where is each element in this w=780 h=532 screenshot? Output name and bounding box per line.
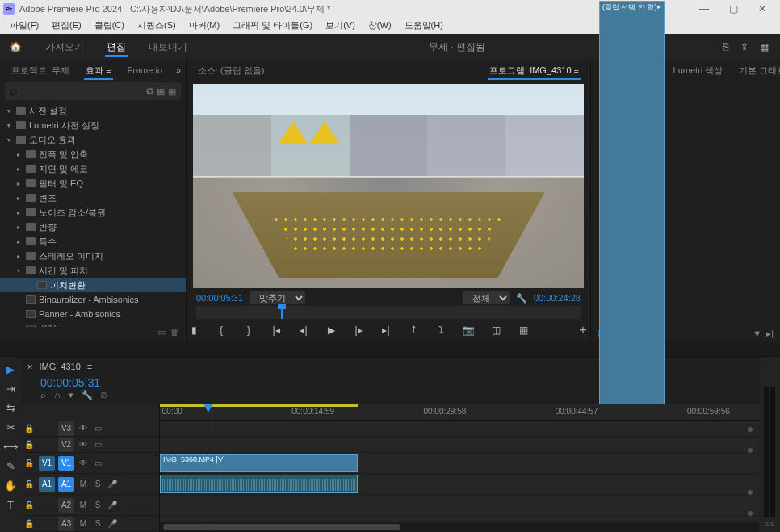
lock-icon[interactable]: 🔒 xyxy=(24,424,36,433)
video-clip[interactable]: IMG_5368.MP4 [V] xyxy=(160,454,358,472)
goto-in-button[interactable]: |◂ xyxy=(269,323,283,337)
marker-icon[interactable]: ▾ xyxy=(69,390,73,404)
tree-effect[interactable]: 피치변환 xyxy=(0,278,186,292)
pen-tool[interactable]: ✎ xyxy=(2,457,19,475)
sequence-name[interactable]: IMG_4310 xyxy=(39,362,80,371)
mute-icon[interactable]: M xyxy=(78,519,89,528)
snap-icon[interactable]: ⌕ xyxy=(40,390,46,404)
tree-folder[interactable]: ▾Lumetri 사전 설정 xyxy=(0,118,186,132)
mic-icon[interactable]: 🎤 xyxy=(107,480,118,488)
workspace-menu-icon[interactable]: ▦ xyxy=(754,37,774,57)
timeline-ruler[interactable]: :00:0000:00:14:5900:00:29:5800:00:44:570… xyxy=(160,404,759,421)
track-header-a3[interactable]: 🔒A3MS🎤 xyxy=(21,516,159,532)
mic-icon[interactable]: 🎤 xyxy=(107,519,118,528)
menu-item[interactable]: 그래픽 및 타이틀(G) xyxy=(226,18,319,34)
step-back-button[interactable]: ◂| xyxy=(296,323,311,337)
track-target[interactable]: A2 xyxy=(58,498,74,513)
tree-folder[interactable]: ▸노이즈 감소/복원 xyxy=(0,205,186,220)
close-button[interactable]: ✕ xyxy=(748,1,777,17)
tree-folder[interactable]: ▸진폭 및 압축 xyxy=(0,147,186,161)
track-target[interactable]: A1 xyxy=(58,477,74,492)
eye-icon[interactable]: 👁 xyxy=(78,424,89,433)
mark-out-button[interactable]: { xyxy=(214,323,229,337)
program-tc-in[interactable]: 00:00:05:31 xyxy=(196,293,243,303)
slip-tool[interactable]: ⟷ xyxy=(2,438,19,455)
mark-in-button[interactable]: ▮ xyxy=(187,323,201,337)
compare-button[interactable]: ◫ xyxy=(489,323,503,337)
eye-icon[interactable]: 👁 xyxy=(78,459,89,467)
panel-tab[interactable]: Frame.io xyxy=(121,62,169,78)
tree-folder[interactable]: ▾오디오 효과 xyxy=(0,132,186,147)
zoom-fit-select[interactable]: 맞추기 xyxy=(250,291,305,304)
menu-item[interactable]: 클립(C) xyxy=(88,18,131,34)
trash-icon[interactable]: 🗑 xyxy=(170,327,179,341)
panel-tab[interactable]: 프로젝트: 무제 xyxy=(5,61,76,80)
workspace-tab[interactable]: 편집 xyxy=(95,34,137,60)
track-header-a2[interactable]: 🔒A2MS🎤 xyxy=(21,495,159,516)
track-target[interactable]: V1 xyxy=(58,456,74,471)
lock-icon[interactable]: 🔒 xyxy=(24,480,36,488)
new-bin-icon[interactable]: ▭ xyxy=(157,327,166,341)
effects-tree[interactable]: ▾사전 설정▾Lumetri 사전 설정▾오디오 효과▸진폭 및 압축▸지연 및… xyxy=(0,102,186,327)
effects-search[interactable]: ⌕ ✪ ▦ ▦ xyxy=(5,82,181,100)
tree-folder[interactable]: ▸특수 xyxy=(0,234,186,249)
panel-tab[interactable]: 기본 그래프 xyxy=(732,61,780,80)
track-header-v2[interactable]: 🔒V2👁▭ xyxy=(21,437,159,453)
track-header-v3[interactable]: 🔒V3👁▭ xyxy=(21,421,159,437)
share-icon[interactable]: ⇪ xyxy=(735,37,754,57)
link-icon[interactable]: ∩ xyxy=(54,390,61,404)
mic-icon[interactable]: 🎤 xyxy=(107,501,118,509)
lock-icon[interactable]: 🔒 xyxy=(24,519,36,528)
menu-item[interactable]: 보기(V) xyxy=(319,18,362,34)
tree-effect[interactable]: Binauralizer - Ambisonics xyxy=(0,292,186,307)
source-patch[interactable]: A1 xyxy=(39,477,55,492)
panel-tab[interactable]: Lumetri 색상 xyxy=(667,61,730,80)
menu-item[interactable]: 마커(M) xyxy=(182,18,227,34)
eye-icon[interactable]: 👁 xyxy=(78,440,89,449)
export-frame-button[interactable]: 📷 xyxy=(461,323,476,337)
tree-folder[interactable]: ▸스테레오 이미지 xyxy=(0,249,186,263)
workspace-tab[interactable]: 가져오기 xyxy=(34,34,95,60)
mark-clip-button[interactable]: } xyxy=(241,323,256,337)
workspace-tab[interactable]: 내보내기 xyxy=(137,34,199,60)
lock-icon[interactable]: 🔒 xyxy=(24,459,36,467)
resolution-select[interactable]: 전체 xyxy=(463,291,510,304)
menu-item[interactable]: 편집(E) xyxy=(45,18,88,34)
track-target[interactable]: V2 xyxy=(58,438,74,452)
lift-button[interactable]: ⤴ xyxy=(406,323,421,337)
source-tab[interactable]: 소스: (클립 없음) xyxy=(193,61,270,80)
ripple-tool[interactable]: ⇆ xyxy=(2,399,19,417)
mute-icon[interactable]: M xyxy=(78,480,89,488)
timeline-tracks[interactable]: :00:0000:00:14:5900:00:29:5800:00:44:570… xyxy=(160,404,759,532)
track-target[interactable]: A3 xyxy=(58,517,74,531)
caption-icon[interactable]: ⎚ xyxy=(101,390,107,404)
filter-icon[interactable]: ▼ xyxy=(753,329,761,338)
menu-item[interactable]: 파일(F) xyxy=(3,18,45,34)
proxy-button[interactable]: ▦ xyxy=(516,323,530,337)
preset-bin-icon[interactable]: ▦ xyxy=(157,86,165,97)
track-header-v1[interactable]: 🔒V1V1👁▭ xyxy=(21,453,159,474)
minimize-button[interactable]: — xyxy=(690,1,719,17)
tree-folder[interactable]: ▾사전 설정 xyxy=(0,103,186,118)
track-header-a1[interactable]: 🔒A1A1MS🎤 xyxy=(21,474,159,495)
tree-folder[interactable]: ▸지연 및 에코 xyxy=(0,161,186,176)
mute-icon[interactable]: M xyxy=(78,501,89,509)
tree-folder[interactable]: ▾시간 및 피치 xyxy=(0,263,186,278)
home-button[interactable]: 🏠 xyxy=(6,38,24,56)
preset-new-icon[interactable]: ✪ xyxy=(146,86,153,97)
tree-folder[interactable]: ▸필터 및 EQ xyxy=(0,176,186,191)
hand-tool[interactable]: ✋ xyxy=(2,476,19,494)
audio-clip[interactable] xyxy=(160,475,358,493)
maximize-button[interactable]: ▢ xyxy=(719,1,748,17)
settings-icon[interactable]: 🔧 xyxy=(516,293,527,304)
program-tc-out[interactable]: 00:00:24:28 xyxy=(534,293,581,303)
audio-meters[interactable]: s s xyxy=(759,357,780,532)
program-monitor[interactable] xyxy=(193,84,584,288)
effects-search-input[interactable] xyxy=(18,86,143,96)
tree-folder[interactable]: ▸변조 xyxy=(0,191,186,205)
goto-out-button[interactable]: ▸| xyxy=(379,323,393,337)
timeline-hscroll[interactable] xyxy=(160,522,759,532)
tree-folder[interactable]: ▸반향 xyxy=(0,220,186,234)
menu-item[interactable]: 창(W) xyxy=(362,18,398,34)
track-target[interactable]: V3 xyxy=(58,421,74,436)
